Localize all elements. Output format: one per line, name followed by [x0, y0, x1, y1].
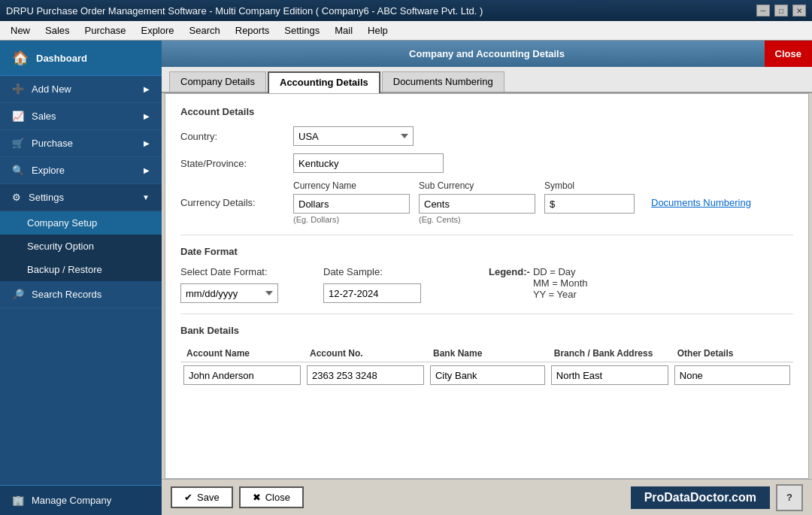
menu-purchase[interactable]: Purchase [77, 23, 134, 38]
table-row [180, 362, 793, 389]
sidebar-purchase-label: Purchase [32, 138, 73, 149]
legend-box: Legend:- DD = Day MM = Month YY = Year [489, 266, 588, 300]
legend-mm: MM = Month [533, 277, 588, 289]
save-button[interactable]: ✔ Save [171, 486, 233, 508]
sub-currency-col: Sub Currency (Eg. Cents) [419, 180, 535, 224]
save-checkmark-icon: ✔ [184, 492, 192, 503]
menu-new[interactable]: New [3, 23, 38, 38]
bank-other-input[interactable] [674, 365, 790, 385]
date-format-title: Date Format [180, 246, 793, 257]
tab-documents-numbering[interactable]: Documents Numbering [382, 71, 504, 92]
sidebar-explore-label: Explore [32, 165, 65, 176]
sub-currency-header: Sub Currency [419, 180, 535, 191]
tab-accounting-details[interactable]: Accounting Details [268, 71, 380, 93]
date-sample-input[interactable] [323, 283, 421, 303]
close-x-icon: ✖ [253, 492, 261, 503]
sidebar-sales-label: Sales [32, 111, 56, 122]
sidebar-settings-section: ⚙ Settings ▼ Company Setup Security Opti… [0, 184, 162, 281]
date-sample-label: Date Sample: [323, 266, 421, 277]
bottom-bar: ✔ Save ✖ Close ProDataDoctor.com ? [162, 479, 812, 515]
sidebar-item-search-records[interactable]: 🔎 Search Records [0, 281, 162, 308]
page-header: Company and Accounting Details Close [162, 41, 812, 67]
state-input[interactable] [293, 153, 444, 173]
country-select[interactable]: USA UK Canada Australia [293, 126, 414, 146]
menu-mail[interactable]: Mail [327, 23, 360, 38]
add-new-arrow: ▶ [144, 85, 150, 93]
menu-sales[interactable]: Sales [38, 23, 77, 38]
menu-explore[interactable]: Explore [133, 23, 181, 38]
currency-group: Currency Name (Eg. Dollars) Sub Currency… [293, 180, 751, 224]
bank-account-name-input[interactable] [183, 365, 301, 385]
sidebar-item-backup-restore[interactable]: Backup / Restore [0, 258, 162, 281]
sidebar-item-purchase[interactable]: 🛒 Purchase ▶ [0, 130, 162, 157]
tabs-bar: Company Details Accounting Details Docum… [162, 67, 812, 93]
title-bar: DRPU Purchase Order Management Software … [0, 0, 812, 21]
legend-yy: YY = Year [533, 289, 588, 300]
settings-icon: ⚙ [12, 192, 21, 203]
currency-name-header: Currency Name [293, 180, 410, 191]
dashboard-icon: 🏠 [12, 50, 29, 66]
tab-company-details[interactable]: Company Details [169, 71, 266, 92]
menu-search[interactable]: Search [182, 23, 228, 38]
page-title: Company and Accounting Details [409, 48, 565, 59]
sidebar-item-sales[interactable]: 📈 Sales ▶ [0, 103, 162, 130]
section-divider-2 [180, 314, 793, 314]
sidebar-item-add-new[interactable]: ➕ Add New ▶ [0, 76, 162, 103]
symbol-input[interactable] [544, 194, 635, 214]
search-records-icon: 🔎 [12, 289, 24, 300]
bank-details-title: Bank Details [180, 325, 793, 336]
menu-settings[interactable]: Settings [277, 23, 327, 38]
menu-help[interactable]: Help [360, 23, 395, 38]
explore-icon: 🔍 [12, 165, 24, 176]
settings-submenu: Company Setup Security Option Backup / R… [0, 211, 162, 281]
title-bar-text: DRPU Purchase Order Management Software … [6, 5, 483, 17]
maximize-button[interactable]: □ [774, 5, 788, 17]
sidebar-add-new-label: Add New [32, 83, 71, 95]
sidebar-manage-company-label: Manage Company [32, 495, 111, 506]
bank-header-bank-name: Bank Name [427, 345, 548, 362]
close-bottom-button[interactable]: ✖ Close [239, 486, 304, 508]
date-format-col: Select Date Format: mm/dd/yyyy dd/mm/yyy… [180, 266, 278, 303]
sales-arrow: ▶ [144, 112, 150, 120]
sales-icon: 📈 [12, 111, 24, 122]
sidebar-manage-company[interactable]: 🏢 Manage Company [0, 485, 162, 515]
menu-bar: New Sales Purchase Explore Search Report… [0, 21, 812, 41]
currency-label: Currency Details: [180, 180, 286, 208]
close-top-button[interactable]: Close [765, 41, 812, 67]
bank-bank-name-input[interactable] [430, 365, 545, 385]
sidebar-item-security-option[interactable]: Security Option [0, 235, 162, 258]
bank-header-account-name: Account Name [180, 345, 304, 362]
window-controls: ─ □ ✕ [756, 5, 806, 17]
currency-name-hint: (Eg. Dollars) [293, 215, 410, 224]
explore-arrow: ▶ [144, 166, 150, 174]
legend-dd: DD = Day [533, 266, 588, 277]
close-window-button[interactable]: ✕ [792, 5, 806, 17]
bank-branch-input[interactable] [551, 365, 668, 385]
docs-link-wrapper: Documents Numbering [644, 180, 751, 208]
main-layout: 🏠 Dashboard ➕ Add New ▶ 📈 Sales ▶ [0, 41, 812, 515]
bank-header-account-no: Account No. [304, 345, 427, 362]
sidebar-dashboard[interactable]: 🏠 Dashboard [0, 41, 162, 76]
purchase-icon: 🛒 [12, 138, 24, 149]
date-format-row: Select Date Format: mm/dd/yyyy dd/mm/yyy… [180, 266, 793, 303]
documents-numbering-link[interactable]: Documents Numbering [651, 197, 751, 208]
sub-currency-hint: (Eg. Cents) [419, 215, 535, 224]
help-button[interactable]: ? [776, 484, 803, 511]
date-format-select[interactable]: mm/dd/yyyy dd/mm/yyyy yyyy/mm/dd [180, 283, 278, 303]
sidebar: 🏠 Dashboard ➕ Add New ▶ 📈 Sales ▶ [0, 41, 162, 515]
bank-details-table: Account Name Account No. Bank Name Branc… [180, 345, 793, 388]
bank-header-other: Other Details [671, 345, 793, 362]
sidebar-search-records-label: Search Records [32, 289, 102, 300]
sidebar-item-explore[interactable]: 🔍 Explore ▶ [0, 157, 162, 184]
sub-currency-input[interactable] [419, 194, 535, 214]
minimize-button[interactable]: ─ [756, 5, 770, 17]
sidebar-nav: ➕ Add New ▶ 📈 Sales ▶ 🛒 Purchase ▶ [0, 76, 162, 485]
currency-name-input[interactable] [293, 194, 410, 214]
add-new-icon: ➕ [12, 83, 24, 95]
menu-reports[interactable]: Reports [228, 23, 277, 38]
sidebar-item-company-setup[interactable]: Company Setup [0, 211, 162, 235]
manage-company-icon: 🏢 [12, 495, 24, 506]
bank-account-no-input[interactable] [307, 365, 424, 385]
sidebar-item-settings[interactable]: ⚙ Settings ▼ [0, 184, 162, 211]
close-label: Close [265, 492, 290, 503]
